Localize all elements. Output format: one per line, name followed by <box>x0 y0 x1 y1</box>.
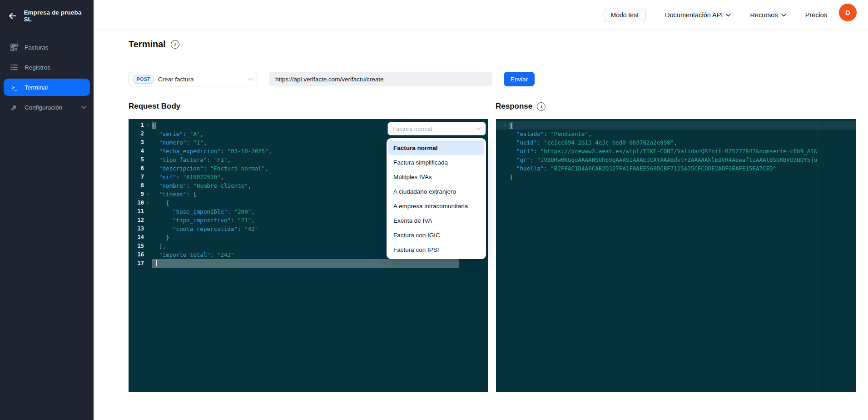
sidebar-nav: Facturas Registros >_ Terminal Configura… <box>0 37 94 117</box>
nav-precios[interactable]: Precios <box>805 11 827 19</box>
code-line[interactable]: } <box>496 173 856 181</box>
info-icon[interactable]: i <box>537 102 546 111</box>
top-header: Modo test Documentación API Recursos Pre… <box>94 0 868 30</box>
sidebar: Empresa de prueba SL Facturas Registros … <box>0 0 94 420</box>
sidebar-item-terminal[interactable]: >_ Terminal <box>4 79 90 96</box>
invoice-type-option[interactable]: A empresa intracomunitaria <box>388 199 484 213</box>
code-line[interactable]: "huella": "B2FFAC1D4A0CAB2D327FA1F0AEE56… <box>496 164 856 173</box>
code-line[interactable]: 17} <box>129 259 488 268</box>
invoice-type-option[interactable]: Múltiples IVAs <box>388 170 484 184</box>
chevron-down-icon <box>81 106 86 109</box>
app-root: Empresa de prueba SL Facturas Registros … <box>0 0 868 420</box>
nav-documentacion-api[interactable]: Documentación API <box>665 11 731 19</box>
invoice-type-option[interactable]: Factura con IGIC <box>388 228 484 242</box>
chevron-down-icon <box>781 14 786 17</box>
endpoint-label: Crear factura <box>158 76 194 83</box>
nav-recursos[interactable]: Recursos <box>750 11 786 19</box>
sidebar-item-label: Registros <box>25 64 50 71</box>
invoice-type-select[interactable]: Factura normal <box>387 122 486 135</box>
wrench-icon <box>10 104 18 111</box>
page-title: Terminal <box>129 39 166 50</box>
sidebar-item-label: Configuración <box>25 104 62 111</box>
sidebar-item-label: Facturas <box>25 44 49 51</box>
qr-code-icon <box>10 44 18 51</box>
info-icon[interactable]: i <box>171 40 179 49</box>
code-line[interactable]: ▾{ <box>496 121 856 130</box>
terminal-prompt-icon: >_ <box>10 85 18 90</box>
invoice-type-placeholder: Factura normal <box>392 125 432 132</box>
code-line[interactable]: "uuid": "cc1cc694-2a13-4e3c-bed0-6b9782a… <box>496 138 856 147</box>
mode-test-button[interactable]: Modo test <box>604 8 646 22</box>
request-body-title: Request Body <box>129 102 180 111</box>
invoice-type-listbox: Factura normalFactura simplificadaMúltip… <box>387 138 486 259</box>
company-name: Empresa de prueba SL <box>24 9 86 23</box>
chevron-down-icon <box>248 78 253 81</box>
send-button[interactable]: Enviar <box>504 72 535 86</box>
invoice-type-option[interactable]: Exenta de IVA <box>388 213 484 228</box>
sidebar-item-registros[interactable]: Registros <box>0 57 94 77</box>
code-line[interactable]: "url": "https://prewww2.aeat.es/wlpl/TIK… <box>496 147 856 155</box>
sidebar-item-label: Terminal <box>25 84 48 91</box>
invoice-type-option[interactable]: A ciudadano extranjero <box>388 184 484 199</box>
response-title: Response i <box>496 102 546 111</box>
sidebar-item-configuracion[interactable]: Configuración <box>0 97 94 117</box>
endpoint-select[interactable]: POST Crear factura <box>129 72 258 86</box>
page-title-row: Terminal i <box>129 39 179 50</box>
sidebar-header: Empresa de prueba SL <box>0 0 94 25</box>
invoice-type-option[interactable]: Factura con IPSI <box>388 242 484 257</box>
http-method-badge: POST <box>134 75 154 84</box>
invoice-type-option[interactable]: Factura simplificada <box>388 155 484 170</box>
list-icon <box>10 64 18 70</box>
invoice-type-option[interactable]: Factura normal <box>388 140 484 155</box>
chevron-down-icon <box>476 127 481 130</box>
code-line[interactable]: "qr": "iVBORw0KGgoAAAANSUhEUgAAASIAAAEiC… <box>496 155 856 164</box>
back-arrow-icon[interactable] <box>8 11 17 21</box>
response-editor[interactable]: ▾{ "estado": "Pendiente", "uuid": "cc1cc… <box>496 119 856 392</box>
code-line[interactable]: "estado": "Pendiente", <box>496 130 856 138</box>
sidebar-item-facturas[interactable]: Facturas <box>0 37 94 57</box>
chevron-down-icon <box>726 14 731 17</box>
user-avatar[interactable]: D <box>839 4 857 21</box>
url-input[interactable] <box>269 72 492 86</box>
